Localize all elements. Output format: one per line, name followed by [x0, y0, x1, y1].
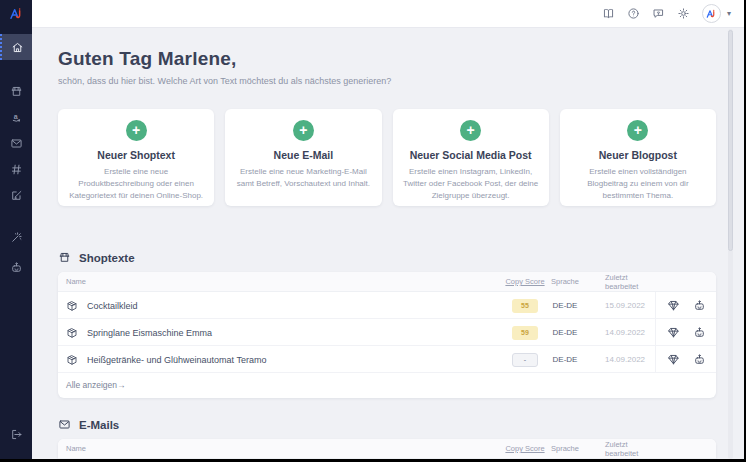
show-all-link[interactable]: Alle anzeigen→ [58, 373, 716, 398]
card-description: Erstelle eine neue Produktbeschreibung o… [68, 166, 204, 202]
brand-logo[interactable] [0, 0, 32, 28]
creation-cards: + Neuer Shoptext Erstelle eine neue Prod… [58, 109, 716, 206]
storefront-icon [10, 85, 23, 98]
svg-text:a: a [13, 112, 17, 119]
card-description: Erstelle einen Instagram, LinkedIn, Twit… [403, 166, 539, 202]
logout-icon [10, 428, 23, 441]
sidebar-item-logout[interactable] [0, 421, 32, 447]
row-sprache: DE-DE [545, 328, 585, 337]
app-screen: a [0, 0, 746, 462]
package-icon [66, 354, 78, 366]
gem-icon[interactable] [667, 299, 680, 312]
sidebar-item-amazon[interactable]: a [0, 104, 32, 130]
sidebar-item-emails[interactable] [0, 130, 32, 156]
user-menu-caret-icon[interactable]: ▾ [727, 9, 731, 18]
column-name: Name [58, 277, 505, 286]
row-name: Springlane Eismaschine Emma [87, 328, 212, 338]
package-icon [66, 300, 78, 312]
column-zuletzt-bearbeitet: Zuletzt bearbeitet [585, 440, 655, 458]
sidebar-item-ai-robot[interactable] [0, 254, 32, 280]
card-title: Neuer Shoptext [68, 149, 204, 161]
sidebar-item-home[interactable] [0, 34, 32, 60]
table-row[interactable]: Springlane Eismaschine Emma 59 DE-DE 14.… [58, 319, 716, 346]
card-neuer-social-media-post[interactable]: + Neuer Social Media Post Erstelle einen… [393, 109, 549, 206]
card-neuer-blogpost[interactable]: + Neuer Blogpost Erstelle einen vollstän… [560, 109, 716, 206]
gem-icon[interactable] [667, 353, 680, 366]
package-icon [66, 327, 78, 339]
robot-icon[interactable] [693, 353, 706, 366]
row-zuletzt: 14.09.2022 [585, 355, 655, 364]
neuroflash-logo-icon [8, 6, 24, 22]
table-row[interactable]: Cocktailkleid 55 DE-DE 15.09.2022 [58, 292, 716, 319]
row-zuletzt: 15.09.2022 [585, 301, 655, 310]
card-description: Erstelle einen vollständigen Blogbeitrag… [570, 166, 706, 202]
neuroflash-logo-icon [705, 8, 717, 20]
add-blogpost-button[interactable]: + [627, 120, 648, 141]
shoptexte-section-header: Shoptexte [58, 251, 716, 264]
section-title: E-Mails [79, 419, 119, 431]
emails-section-header: E-Mails [58, 418, 716, 431]
scrollbar-thumb[interactable] [728, 30, 733, 251]
row-actions [655, 292, 716, 319]
card-neuer-shoptext[interactable]: + Neuer Shoptext Erstelle eine neue Prod… [58, 109, 214, 206]
shoptexte-table: Name Copy Score Sprache Zuletzt bearbeit… [58, 272, 716, 398]
amazon-icon: a [10, 111, 23, 124]
column-name: Name [58, 444, 505, 453]
sidebar-item-social-media[interactable] [0, 156, 32, 182]
table-header-row: Name Copy Score Sprache Zuletzt bearbeit… [58, 272, 716, 292]
sidebar-spacer [0, 280, 32, 421]
card-neue-email[interactable]: + Neue E-Mail Erstelle eine neue Marketi… [225, 109, 381, 206]
magic-wand-icon [10, 231, 23, 244]
user-avatar[interactable] [702, 4, 721, 23]
edit-icon [10, 189, 23, 202]
card-title: Neuer Social Media Post [403, 149, 539, 161]
column-copy-score[interactable]: Copy Score [505, 444, 545, 453]
sidebar-item-magic-tools[interactable] [0, 224, 32, 250]
row-actions [655, 319, 716, 346]
topbar: ▾ [32, 0, 744, 28]
sidebar: a [0, 0, 32, 459]
robot-icon [10, 261, 23, 274]
copy-score-badge: 59 [512, 326, 538, 340]
robot-icon[interactable] [693, 326, 706, 339]
add-social-post-button[interactable]: + [460, 120, 481, 141]
app-window: a [0, 0, 744, 459]
column-sprache: Sprache [545, 277, 585, 286]
sidebar-item-blogpost[interactable] [0, 182, 32, 208]
scrollbar [728, 29, 733, 459]
row-name: Heißgetränke- und Glühweinautomat Teramo [87, 355, 266, 365]
row-actions [655, 346, 716, 373]
emails-table: Name Copy Score Sprache Zuletzt bearbeit… [58, 439, 716, 459]
add-shoptext-button[interactable]: + [126, 120, 147, 141]
row-name: Cocktailkleid [87, 301, 138, 311]
main-content: Guten Tag Marlene, schön, dass du hier b… [32, 28, 744, 459]
home-icon [11, 41, 24, 54]
card-title: Neue E-Mail [235, 149, 371, 161]
hashtag-icon [10, 163, 23, 176]
settings-gear-icon[interactable] [677, 7, 690, 20]
card-title: Neuer Blogpost [570, 149, 706, 161]
row-sprache: DE-DE [545, 355, 585, 364]
column-sprache: Sprache [545, 444, 585, 453]
card-description: Erstelle eine neue Marketing-E-Mail samt… [235, 166, 371, 190]
page-subtitle: schön, dass du hier bist. Welche Art von… [58, 76, 716, 86]
section-title: Shoptexte [79, 252, 135, 264]
robot-icon[interactable] [693, 299, 706, 312]
page-title: Guten Tag Marlene, [58, 48, 716, 70]
feedback-chat-icon[interactable] [652, 7, 665, 20]
mail-icon [10, 137, 23, 150]
column-copy-score[interactable]: Copy Score [505, 277, 545, 286]
copy-score-badge: - [512, 353, 538, 367]
table-row[interactable]: Heißgetränke- und Glühweinautomat Teramo… [58, 346, 716, 373]
add-email-button[interactable]: + [293, 120, 314, 141]
help-icon[interactable] [627, 7, 640, 20]
docs-book-icon[interactable] [602, 7, 615, 20]
mail-icon [58, 418, 71, 431]
arrow-right-icon: → [117, 380, 126, 390]
copy-score-badge: 55 [512, 299, 538, 313]
row-sprache: DE-DE [545, 301, 585, 310]
sidebar-item-shoptexte[interactable] [0, 78, 32, 104]
gem-icon[interactable] [667, 326, 680, 339]
storefront-icon [58, 251, 71, 264]
column-zuletzt-bearbeitet: Zuletzt bearbeitet [585, 273, 655, 291]
